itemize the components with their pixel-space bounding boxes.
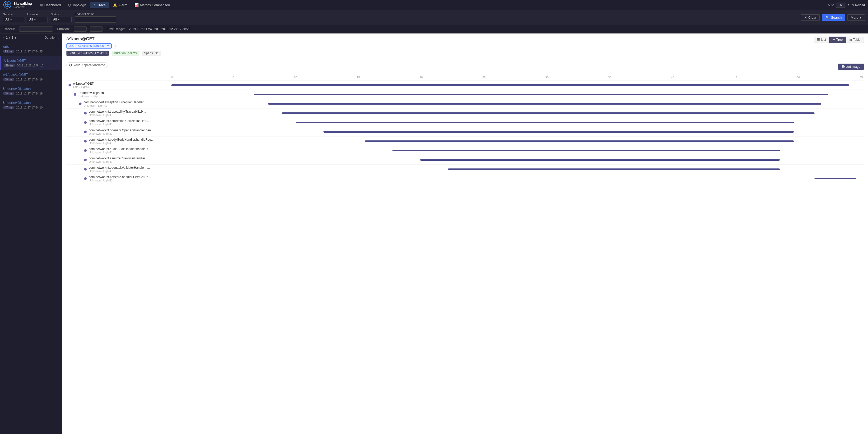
status-filter-group: Status All ▾ [51, 13, 72, 22]
span-bar [814, 178, 856, 179]
endpoint-input[interactable] [75, 17, 116, 23]
span-row[interactable]: com.networknt.body.BodyHandler.handleReq… [66, 136, 170, 146]
copy-icon[interactable]: ⎘ [114, 44, 116, 48]
span-name: com.networknt.audit.AuditHandler.handleR… [89, 147, 150, 151]
nav-alarm[interactable]: 🔔 Alarm [110, 2, 130, 8]
timerange-value: 2019-12-27 17:43:20 ~ 2019-12-27 17:58:2… [129, 27, 190, 31]
duration-tag: Duration 59 ms [112, 51, 139, 56]
bar-row [170, 136, 864, 146]
timeline-layout: /v1/pets@GET Http - Light4J UndertowDisp… [66, 74, 864, 183]
trace-title: /v1/pets@GET [66, 37, 161, 41]
grid-icon: ⊞ [40, 3, 43, 7]
nav-topology[interactable]: ⬡ Topology [65, 2, 89, 8]
bar-row [170, 81, 864, 90]
span-type: Unknown - Light4J [84, 104, 146, 107]
pagination: ‹ 1 / 1 › [3, 36, 16, 40]
trace-item[interactable]: UndertowDispatch 47 ms 2019-12-27 17:54:… [0, 98, 62, 112]
span-name: com.networknt.correlation.CorrelationHan… [89, 119, 149, 123]
trace-item-meta: 47 ms 2019-12-27 17:54:10 [3, 106, 59, 109]
span-row[interactable]: com.networknt.petstore.handler.PetsGetHa… [66, 174, 170, 183]
span-row[interactable]: com.networknt.audit.AuditHandler.handleR… [66, 146, 170, 155]
clear-button[interactable]: ✕ Clear [801, 14, 820, 21]
auto-input[interactable]: 6 [836, 3, 845, 8]
trace-item-name: UndertowDispatch [3, 101, 59, 104]
span-bar [254, 94, 828, 95]
auto-unit: s [847, 3, 849, 7]
filter-bar: Service All ▾ Instance All ▾ Status All … [0, 10, 868, 25]
span-bar [393, 150, 780, 151]
nav-trace[interactable]: ↗ Trace [90, 2, 109, 8]
chevron-down-icon: ▾ [107, 44, 109, 48]
chevron-down-icon: ▾ [10, 18, 12, 21]
span-name: com.networknt.exception.ExceptionHandler… [84, 100, 146, 104]
trace-item[interactable]: /v1/pets@GET 59 ms 2019-12-27 17:54:10 [0, 56, 62, 70]
bar-row [170, 90, 864, 99]
tree-view-button[interactable]: ⊢ Tree [829, 37, 846, 43]
more-button[interactable]: More ▾ [847, 14, 865, 21]
traceid-input[interactable] [19, 27, 53, 32]
page-current: 1 [6, 36, 8, 39]
span-row[interactable]: com.networknt.openapi.ValidatorHandler.h… [66, 164, 170, 174]
trace-duration-badge: 47 ms [3, 106, 14, 109]
list-icon: ☰ [817, 38, 820, 41]
next-page-button[interactable]: › [15, 36, 16, 40]
trace-item-meta: 49 ms 2019-12-27 17:54:19 [3, 92, 59, 95]
span-row[interactable]: /v1/pets@GET Http - Light4J [66, 81, 170, 90]
trace-time: 2019-12-27 17:54:10 [16, 106, 42, 109]
span-bar [365, 141, 794, 142]
span-row[interactable]: com.networknt.openapi.OpenApiHandler.han… [66, 127, 170, 136]
nav-dashboard[interactable]: ⊞ Dashboard [37, 2, 64, 8]
bar-row [170, 174, 864, 183]
list-view-button[interactable]: ☰ List [814, 37, 829, 43]
nav-metrics[interactable]: 📊 Metrics Comparison [131, 2, 173, 8]
service-select[interactable]: All ▾ [3, 17, 24, 22]
tick-15: 15 [356, 76, 360, 79]
instance-filter-group: Instance All ▾ [27, 13, 48, 22]
trace-item[interactable]: /v1/pets/1@GET 49 ms 2019-12-27 17:54:19 [0, 70, 62, 84]
table-view-button[interactable]: ⊞ Table [846, 37, 864, 43]
duration-label: Duration: [57, 27, 70, 31]
start-tag: Start 2019-12-27 17:54:10 [66, 51, 109, 56]
duration-min-input[interactable] [74, 27, 87, 32]
span-name: com.networknt.body.BodyHandler.handleReq… [89, 138, 154, 142]
search-button[interactable]: 🔍 Search [822, 14, 845, 21]
span-name: com.networknt.sanitizer.SanitizerHandler… [89, 157, 148, 160]
trace-item-meta: 59 ms 2019-12-27 17:54:10 [4, 64, 59, 67]
service-filter-group: Service All ▾ [3, 13, 24, 22]
timeline-bars-panel: 0 5 10 15 20 25 30 35 40 45 50 55 [170, 74, 864, 183]
instance-select[interactable]: All ▾ [27, 17, 48, 22]
prev-page-button[interactable]: ‹ [3, 36, 4, 40]
span-row[interactable]: com.networknt.exception.ExceptionHandler… [66, 99, 170, 108]
logo-icon [3, 1, 11, 9]
duration-max-input[interactable] [90, 27, 103, 32]
span-type: Unknown - Light4J [89, 169, 150, 173]
span-type: Unknown - Light4J [89, 123, 149, 126]
export-button[interactable]: Export image [838, 64, 864, 70]
span-name: com.networknt.openapi.ValidatorHandler.h… [89, 166, 150, 169]
status-select[interactable]: All ▾ [51, 17, 72, 22]
bar-row [170, 164, 864, 174]
span-bar [420, 159, 780, 161]
view-buttons: ☰ List ⊢ Tree ⊞ Table [814, 37, 864, 43]
duration-sort[interactable]: Duration ↕ [44, 36, 59, 39]
span-bar [171, 84, 849, 86]
trace-item[interactable]: UndertowDispatch 49 ms 2019-12-27 17:54:… [0, 84, 62, 98]
duration-range: - [74, 27, 103, 32]
span-row[interactable]: com.networknt.traceability.TraceabilityH… [66, 108, 170, 118]
trace-content: Your_ApplicationName Export image [62, 59, 868, 186]
span-row[interactable]: com.networknt.sanitizer.SanitizerHandler… [66, 155, 170, 164]
tick-30: 30 [545, 76, 549, 79]
tick-35: 35 [608, 76, 611, 79]
span-row[interactable]: UndertowDispatch Unknown - http [66, 90, 170, 99]
bar-row [170, 99, 864, 108]
trace-item[interactable]: /abc 73 ms 2019-12-27 17:54:25 [0, 42, 62, 56]
span-row[interactable]: com.networknt.correlation.CorrelationHan… [66, 118, 170, 127]
traceid-label: TraceID: [3, 27, 15, 31]
trace-time: 2019-12-27 17:54:19 [16, 78, 42, 81]
tick-50: 50 [797, 76, 800, 79]
trace-meta-row: Start 2019-12-27 17:54:10 Duration 59 ms… [66, 51, 161, 56]
top-nav: Skywalking Rocketbot ⊞ Dashboard ⬡ Topol… [0, 0, 868, 10]
page-separator: / [9, 36, 10, 39]
trace-time: 2019-12-27 17:54:25 [16, 50, 42, 53]
reload-button[interactable]: ↻ Reload [851, 3, 865, 7]
